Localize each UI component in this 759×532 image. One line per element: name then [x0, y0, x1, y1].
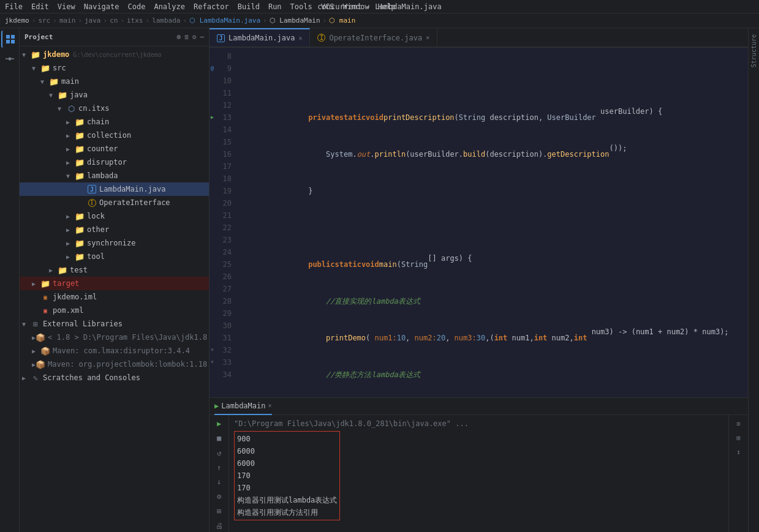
breadcrumb-java[interactable]: java — [85, 17, 101, 24]
breadcrumb-lambdamain-class[interactable]: ⬡ LambdaMain — [270, 17, 320, 24]
fold-gutter-33[interactable]: ▼ — [211, 356, 214, 369]
run-play-btn[interactable]: ▶ — [213, 418, 225, 430]
tree-item-maven-lombok[interactable]: ▶ 📦 Maven: org.projectlombok:lombok:1.18… — [20, 358, 209, 371]
code-content[interactable]: private static void printDescription(Str… — [241, 48, 748, 397]
line-num-27: 27 — [210, 283, 236, 295]
extlib-icon: ⊞ — [31, 319, 40, 329]
tree-item-collection[interactable]: ▶ 📁 collection — [20, 129, 209, 142]
tree-item-java[interactable]: ▼ 📁 java — [20, 88, 209, 102]
fold-gutter-32[interactable]: ▼ — [211, 344, 214, 356]
tree-item-pom-xml[interactable]: ▶ ▣ pom.xml — [20, 304, 209, 317]
sidebar-collapse-icon[interactable]: ≡ — [184, 33, 189, 41]
tree-label-lambdamain: LambdaMain.java — [99, 185, 165, 193]
tab-operateinterface[interactable]: I OperateInterface.java × — [310, 28, 437, 47]
run-print-btn[interactable]: 🖨 — [213, 520, 225, 532]
run-panel: ▶ LambdaMain × ▶ ■ ↺ ↑ ↓ ⚙ ⊞ 🖨 "D:\Prog — [210, 397, 748, 532]
run-scroll-up-btn[interactable]: ↑ — [213, 462, 225, 474]
run-rerun-btn[interactable]: ↺ — [213, 447, 225, 459]
tree-item-test[interactable]: ▶ 📁 test — [20, 263, 209, 277]
tree-item-synchronize[interactable]: ▶ 📁 synchronize — [20, 236, 209, 250]
breadcrumb-cn[interactable]: cn — [110, 17, 118, 24]
run-tab-lambdamain[interactable]: ▶ LambdaMain × — [214, 398, 272, 415]
folder-icon-target: 📁 — [40, 279, 50, 288]
breadcrumb-main[interactable]: main — [59, 17, 76, 24]
menu-build[interactable]: Build — [238, 2, 260, 11]
breadcrumb-lambada[interactable]: lambada — [152, 17, 180, 24]
sidebar-gear-icon[interactable]: ⚙ — [192, 33, 197, 41]
run-right-icon-3[interactable]: ↕ — [733, 446, 745, 458]
breadcrumb-main-method[interactable]: ⬡ main — [329, 17, 355, 24]
tab-interface-icon: I — [317, 34, 325, 42]
run-settings-btn[interactable]: ⚙ — [213, 490, 225, 503]
tree-item-chain[interactable]: ▶ 📁 chain — [20, 115, 209, 129]
folder-icon-lock: 📁 — [75, 211, 85, 221]
folder-icon-lambada: 📁 — [75, 171, 85, 181]
tab-close-lambdamain[interactable]: × — [298, 35, 302, 42]
tab-lambdamain[interactable]: J LambdaMain.java × — [210, 28, 310, 47]
code-editor: 8 @ 9 10 11 12 ▶ 13 14 15 16 17 18 19 20 — [210, 48, 748, 397]
tree-label-counter: counter — [87, 144, 118, 153]
menu-edit[interactable]: Edit — [31, 2, 49, 11]
tree-item-maven-disruptor[interactable]: ▶ 📦 Maven: com.lmax:disruptor:3.4.4 — [20, 344, 209, 358]
tree-item-counter[interactable]: ▶ 📁 counter — [20, 142, 209, 155]
tree-item-target[interactable]: ▶ 📁 target — [20, 277, 209, 290]
breadcrumb-lambdamain-file[interactable]: ⬡ LambdaMain.java — [189, 17, 260, 24]
run-filter-btn[interactable]: ⊞ — [213, 505, 225, 517]
tree-item-lambdamain[interactable]: ▶ J LambdaMain.java — [20, 182, 209, 196]
menu-navigate[interactable]: Navigate — [84, 2, 119, 11]
menu-code[interactable]: Code — [128, 2, 146, 11]
tree-item-jkdemo-iml[interactable]: ▶ ▣ jkdemo.iml — [20, 290, 209, 304]
tree-item-jdk18[interactable]: ▶ 📦 < 1.8 > D:\Program Files\Java\jdk1.8… — [20, 331, 209, 344]
tree-item-operateinterface[interactable]: ▶ I OperateInterface — [20, 196, 209, 209]
line-num-29: 29 — [210, 307, 236, 320]
line-num-11: 11 — [210, 87, 236, 99]
breadcrumb-jkdemo[interactable]: jkdemo — [5, 17, 29, 24]
breadcrumb-itxs[interactable]: itxs — [127, 17, 143, 24]
run-gutter-13[interactable]: ▶ — [211, 111, 214, 124]
line-num-23: 23 — [210, 234, 236, 246]
tree-item-main[interactable]: ▼ 📁 main — [20, 75, 209, 88]
run-stop-btn[interactable]: ■ — [213, 432, 225, 444]
tree-item-cnitxs[interactable]: ▼ ⬡ cn.itxs — [20, 102, 209, 115]
line-num-24: 24 — [210, 246, 236, 258]
menu-tools[interactable]: Tools — [290, 2, 312, 11]
tree-label-maven-disruptor: Maven: com.lmax:disruptor:3.4.4 — [53, 347, 190, 355]
tree-label-test: test — [70, 266, 88, 274]
run-right-icon-1[interactable]: ≡ — [733, 418, 745, 430]
structure-tab[interactable]: Structure — [750, 34, 757, 67]
tree-item-other[interactable]: ▶ 📁 other — [20, 223, 209, 236]
tree-item-disruptor[interactable]: ▶ 📁 disruptor — [20, 155, 209, 169]
run-tab-close[interactable]: × — [268, 402, 271, 409]
tree-item-src[interactable]: ▼ 📁 src — [20, 61, 209, 75]
activity-project-icon[interactable] — [1, 31, 18, 48]
run-output-line-5: 构造器引用测试lambda表达式 — [237, 494, 337, 506]
run-scroll-down-btn[interactable]: ↓ — [213, 476, 225, 489]
tab-close-operateinterface[interactable]: × — [426, 34, 429, 41]
menu-file[interactable]: File — [5, 2, 23, 11]
tree-item-jkdemo[interactable]: ▼ 📁 jkdemo G:\dev\concurrent\jkdemo — [20, 48, 209, 61]
breadcrumb-src[interactable]: src — [38, 17, 50, 24]
sidebar-close-icon[interactable]: — — [200, 33, 204, 41]
tab-label-lambdamain: LambdaMain.java — [228, 34, 295, 42]
svg-rect-2 — [6, 40, 10, 43]
menu-view[interactable]: View — [58, 2, 75, 11]
tree-item-tool[interactable]: ▶ 📁 tool — [20, 250, 209, 263]
project-tree: ▼ 📁 jkdemo G:\dev\concurrent\jkdemo ▼ 📁 … — [20, 47, 209, 532]
tree-item-scratches[interactable]: ▶ ✎ Scratches and Consoles — [20, 371, 209, 384]
run-output-line-6: 构造器引用测试方法引用 — [237, 506, 337, 519]
tree-item-lock[interactable]: ▶ 📁 lock — [20, 209, 209, 223]
menu-analyze[interactable]: Analyze — [154, 2, 185, 11]
tree-label-jkdemo: jkdemo — [43, 50, 69, 59]
run-right-icon-2[interactable]: ⊞ — [733, 432, 745, 444]
tree-item-extlibs[interactable]: ▼ ⊞ External Libraries — [20, 317, 209, 331]
menu-refactor[interactable]: Refactor — [194, 2, 229, 11]
menu-run[interactable]: Run — [268, 2, 282, 11]
line-num-15: 15 — [210, 136, 236, 148]
folder-icon-counter: 📁 — [75, 144, 85, 154]
code-line-12 — [246, 222, 748, 234]
activity-bar — [0, 28, 20, 532]
sidebar-new-file-icon[interactable]: ⊕ — [177, 33, 181, 41]
tree-item-lambada[interactable]: ▼ 📁 lambada — [20, 169, 209, 182]
line-num-17: 17 — [210, 160, 236, 173]
activity-commit-icon[interactable] — [1, 50, 18, 67]
